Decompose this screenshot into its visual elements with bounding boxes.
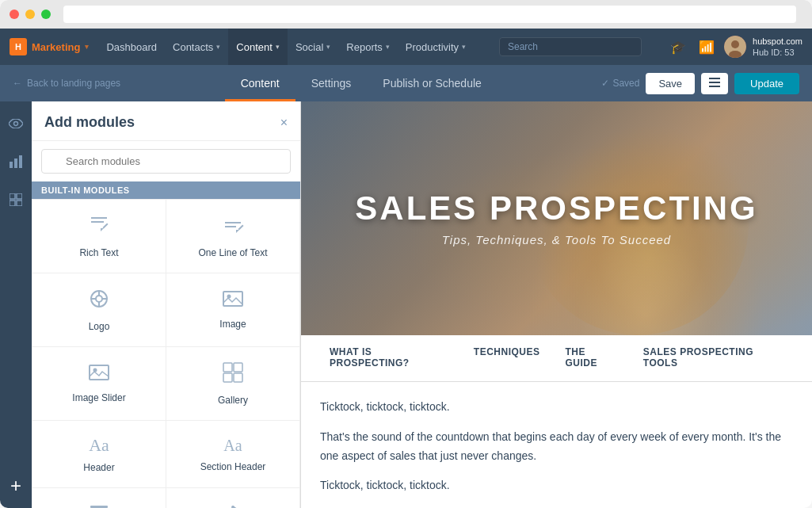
module-grid: Rich Text One Line of Text [32,199,300,508]
nav-item-productivity-label: Productivity [406,41,459,53]
browser-url-bar[interactable] [63,6,796,23]
browser-dot-red[interactable] [10,10,19,19]
module-one-line-text-label: One Line of Text [198,247,267,258]
svg-rect-7 [10,162,13,168]
back-to-landing-pages[interactable]: ← Back to landing pages [13,78,120,89]
svg-point-21 [96,296,102,302]
page-nav-techniques[interactable]: TECHNIQUES [461,335,553,381]
form-icon [89,502,109,508]
saved-status: ✓ Saved [601,78,639,89]
back-arrow-icon: ← [13,78,22,89]
svg-rect-10 [10,193,15,199]
module-item-rich-text[interactable]: Rich Text [32,200,166,273]
update-button[interactable]: Update [734,73,799,94]
subnav-actions: ✓ Saved Save Update [601,73,799,94]
image-slider-icon [88,364,110,386]
hero-section: SALES PROSPECTING Tips, Techniques, & To… [301,101,812,335]
svg-rect-26 [223,292,242,306]
nav-item-content[interactable]: Content ▾ [228,29,288,65]
module-item-image-slider[interactable]: Image Slider [32,347,166,420]
nav-contacts-arrow: ▾ [216,43,220,51]
browser-chrome [0,0,812,29]
svg-rect-28 [90,365,109,380]
nav-productivity-arrow: ▾ [462,43,466,51]
svg-rect-17 [225,222,241,223]
help-icon[interactable]: 🎓 [667,38,689,56]
module-section-header: BUILT-IN MODULES [32,181,300,199]
add-icon[interactable]: + [3,473,29,498]
save-button[interactable]: Save [646,73,695,94]
nav-brand-label: Marketing [32,41,80,53]
svg-rect-4 [709,82,720,83]
module-item-image[interactable]: Image [166,273,299,346]
modules-icon[interactable] [3,187,29,212]
svg-rect-15 [91,221,104,223]
nav-search-input[interactable] [499,37,642,56]
svg-rect-8 [14,159,17,168]
svg-rect-13 [17,201,22,206]
hero-title: SALES PROSPECTING [355,190,757,227]
nav-item-contacts[interactable]: Contacts ▾ [165,29,228,65]
svg-rect-12 [10,201,15,206]
tab-publish-schedule[interactable]: Publish or Schedule [367,65,497,101]
nav-item-productivity[interactable]: Productivity ▾ [398,29,474,65]
content-paragraph-1: Ticktock, ticktock, ticktock. [320,398,793,417]
chart-icon[interactable] [3,149,29,174]
page-nav-the-guide[interactable]: THE GUIDE [552,335,630,381]
svg-rect-31 [234,363,242,372]
module-logo-label: Logo [89,321,110,332]
wifi-icon[interactable]: 📶 [696,38,718,56]
module-panel-close-button[interactable]: × [280,116,288,130]
module-item-social-sharing[interactable]: Social Sharing [166,488,299,508]
nav-item-reports[interactable]: Reports ▾ [338,29,398,65]
module-item-one-line-text[interactable]: One Line of Text [166,200,299,273]
page-nav-what-is-prospecting[interactable]: WHAT IS PROSPECTING? [317,335,461,381]
module-item-gallery[interactable]: Gallery [166,347,299,420]
svg-point-6 [14,122,18,126]
user-avatar[interactable] [724,36,746,58]
tab-settings[interactable]: Settings [295,65,368,101]
hubspot-logo: H [10,38,27,55]
nav-item-dashboard-label: Dashboard [106,41,157,53]
hero-subtitle: Tips, Techniques, & Tools To Succeed [355,233,757,246]
module-image-slider-label: Image Slider [72,392,125,403]
svg-rect-19 [238,224,243,230]
svg-rect-3 [709,78,720,79]
nav-icons: 🎓 📶 hubspot.com Hub ID: 53 [667,36,802,59]
nav-item-dashboard[interactable]: Dashboard [98,29,165,65]
nav-reports-arrow: ▾ [386,43,390,51]
module-gallery-label: Gallery [218,395,248,406]
module-search-input[interactable] [41,149,291,174]
module-item-section-header[interactable]: Aa Section Header [166,421,299,487]
nav-account-info: hubspot.com Hub ID: 53 [753,36,802,59]
list-view-button[interactable] [701,73,728,94]
module-panel-header: Add modules × [32,101,300,141]
module-item-form[interactable]: Form [32,488,166,508]
eye-icon[interactable] [3,111,29,136]
nav-content-arrow: ▾ [276,43,280,51]
nav-item-social-label: Social [295,41,323,53]
browser-dot-green[interactable] [41,10,51,19]
main-layout: + Add modules × 🔍 BUILT-IN MODULES [0,101,812,508]
content-paragraph-2: That's the sound of the countdown that b… [320,428,793,466]
browser-dot-yellow[interactable] [25,10,35,19]
check-icon: ✓ [601,78,609,89]
nav-brand[interactable]: H Marketing ▾ [10,38,98,55]
social-sharing-icon [223,502,243,508]
svg-rect-33 [234,373,242,382]
page-nav-sales-tools[interactable]: SALES PROSPECTING TOOLS [631,335,796,381]
svg-point-1 [731,40,739,48]
nav-brand-arrow: ▾ [85,43,89,51]
module-item-header[interactable]: Aa Header [32,421,166,487]
rich-text-icon [88,214,110,241]
content-paragraph-3: Ticktock, ticktock, ticktock. [320,476,793,495]
module-header-label: Header [83,462,114,473]
module-item-logo[interactable]: Logo [32,273,166,346]
nav-item-contacts-label: Contacts [173,41,213,53]
tab-content[interactable]: Content [225,65,295,101]
nav-item-social[interactable]: Social ▾ [288,29,338,65]
module-image-label: Image [219,319,246,330]
tab-publish-label: Publish or Schedule [383,77,482,90]
module-search-wrapper: 🔍 [41,149,291,174]
subnav: ← Back to landing pages Content Settings… [0,65,812,101]
